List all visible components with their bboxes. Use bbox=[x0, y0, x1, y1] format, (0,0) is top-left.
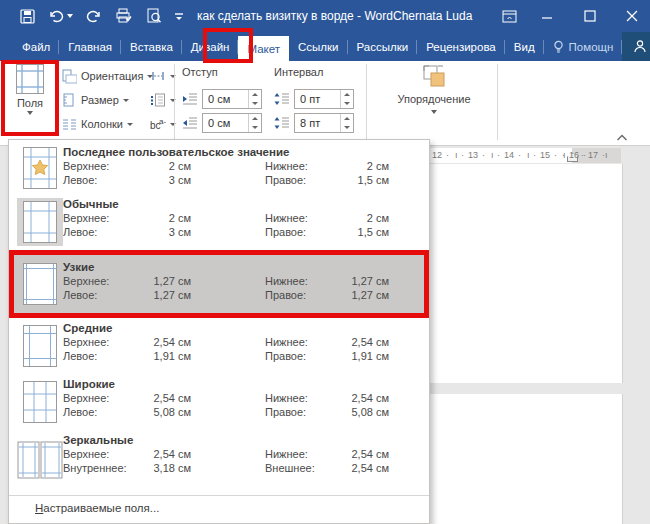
orientation-label: Ориентация bbox=[81, 70, 143, 82]
ribbon-layout-tab-content: Поля Ориентация Размер Колонки bbox=[0, 61, 650, 146]
redo-icon[interactable] bbox=[86, 9, 102, 23]
margin-value: 2,54 см bbox=[125, 335, 191, 349]
margins-preset-icon bbox=[17, 198, 63, 246]
margins-preset-item[interactable]: Обычные Верхнее:2 смНижнее:2 см Левое:3 … bbox=[9, 194, 429, 250]
breaks-button[interactable] bbox=[150, 64, 176, 88]
account-user-name[interactable]: Chernata Luda bbox=[393, 0, 472, 32]
margin-value: 2 см bbox=[125, 211, 191, 225]
margin-value: 1,27 см bbox=[337, 274, 389, 288]
orientation-button[interactable]: Ориентация bbox=[62, 64, 153, 88]
quick-print-icon[interactable] bbox=[115, 8, 133, 24]
margin-label: Правое: bbox=[265, 225, 337, 239]
close-icon[interactable] bbox=[615, 0, 649, 32]
maximize-icon[interactable] bbox=[573, 0, 607, 32]
margin-label: Левое: bbox=[63, 288, 125, 302]
tab-label: Вид bbox=[514, 41, 535, 53]
indent-right-spinner[interactable] bbox=[248, 114, 261, 132]
tab-references[interactable]: Ссылки bbox=[289, 32, 348, 61]
margins-preset-item[interactable]: Широкие Верхнее:2,54 смНижнее:2,54 см Ле… bbox=[9, 374, 429, 430]
hyphenation-button[interactable]: bca- bbox=[150, 112, 176, 136]
indent-left-field[interactable]: 0 см bbox=[202, 89, 262, 109]
print-preview-icon[interactable] bbox=[146, 8, 162, 24]
margin-value: 2 см bbox=[125, 159, 191, 173]
margins-preset-item[interactable]: Последнее пользовательское значение Верх… bbox=[9, 142, 429, 194]
undo-dropdown-icon[interactable] bbox=[67, 14, 73, 18]
columns-label: Колонки bbox=[81, 118, 123, 130]
group-divider bbox=[497, 64, 498, 140]
tab-label: Рассылки bbox=[357, 41, 409, 53]
spacing-after-field[interactable]: 8 пт bbox=[294, 113, 354, 133]
margins-preset-icon bbox=[17, 263, 63, 305]
indent-right-field[interactable]: 0 см bbox=[202, 113, 262, 133]
document-page-1[interactable] bbox=[430, 164, 623, 383]
tab-view[interactable]: Вид bbox=[505, 32, 544, 61]
tab-insert[interactable]: Вставка bbox=[121, 32, 182, 61]
line-numbers-button[interactable] bbox=[150, 88, 176, 112]
save-icon[interactable] bbox=[20, 9, 35, 24]
tab-review[interactable]: Рецензирова bbox=[417, 32, 505, 61]
orientation-icon bbox=[62, 69, 77, 84]
margin-value: 2,54 см bbox=[337, 391, 389, 405]
margin-value: 1,27 см bbox=[125, 288, 191, 302]
customize-qat-icon[interactable] bbox=[175, 13, 183, 20]
tab-design[interactable]: Дизайн bbox=[182, 32, 239, 61]
margin-value: 2,54 см bbox=[337, 447, 389, 461]
margins-button[interactable]: Поля bbox=[4, 63, 56, 135]
ruler-number: 14 bbox=[504, 149, 514, 162]
margin-label: Верхнее: bbox=[63, 274, 125, 288]
spacing-before-spinner[interactable] bbox=[340, 90, 353, 108]
indent-left-spinner[interactable] bbox=[248, 90, 261, 108]
margins-preset-item[interactable]: Зеркальные Верхнее:2,54 смНижнее:2,54 см… bbox=[9, 430, 429, 490]
page-setup-small-buttons: bca- bbox=[150, 64, 176, 136]
ruler-number: 13 bbox=[468, 149, 478, 162]
margins-preset-title: Обычные bbox=[63, 197, 429, 211]
size-button[interactable]: Размер bbox=[62, 88, 153, 112]
tab-label: Макет bbox=[247, 43, 280, 55]
ruler-tick: ı bbox=[527, 149, 530, 162]
margins-preset-icon bbox=[17, 325, 63, 367]
margin-label: Внешнее: bbox=[265, 461, 337, 475]
margins-preset-item[interactable]: Средние Верхнее:2,54 смНижнее:2,54 см Ле… bbox=[9, 318, 429, 374]
indent-right-row: 0 см bbox=[182, 112, 262, 133]
collapse-ribbon-icon[interactable] bbox=[616, 132, 628, 144]
margin-value: 2 см bbox=[337, 211, 389, 225]
margin-label: Верхнее: bbox=[63, 447, 125, 461]
document-title: как сделать визитку в ворде - Word bbox=[197, 0, 393, 32]
arrange-label: Упорядочение bbox=[398, 93, 471, 105]
minimize-icon[interactable] bbox=[530, 0, 564, 32]
margin-value: 2,54 см bbox=[125, 391, 191, 405]
tab-share[interactable]: Общий доступ bbox=[622, 32, 650, 61]
document-page-2[interactable] bbox=[430, 394, 623, 524]
margins-icon bbox=[15, 63, 45, 95]
margins-preset-icon bbox=[17, 381, 63, 423]
tab-label: Ссылки bbox=[298, 41, 339, 53]
margin-value: 2,54 см bbox=[337, 461, 389, 475]
spacing-before-field[interactable]: 0 пт bbox=[294, 89, 354, 109]
tab-help[interactable]: Помощн bbox=[544, 32, 623, 61]
margin-value: 2 см bbox=[337, 159, 389, 173]
margin-label: Верхнее: bbox=[63, 159, 125, 173]
tab-home[interactable]: Главная bbox=[59, 32, 121, 61]
spacing-after-spinner[interactable] bbox=[340, 114, 353, 132]
margins-preset-icon bbox=[17, 147, 63, 189]
size-label: Размер bbox=[81, 94, 119, 106]
tab-layout[interactable]: Макет bbox=[238, 36, 289, 61]
ruler-tick: ı bbox=[491, 149, 494, 162]
lightbulb-icon bbox=[553, 40, 564, 54]
margin-value: 1,91 см bbox=[337, 349, 389, 363]
ruler-dot: · bbox=[497, 149, 500, 162]
tab-file[interactable]: Файл bbox=[13, 32, 59, 61]
columns-button[interactable]: Колонки bbox=[62, 112, 153, 136]
quick-access-toolbar bbox=[20, 0, 183, 32]
ruler-dot: · bbox=[446, 149, 449, 162]
arrange-button[interactable]: Упорядочение bbox=[372, 65, 496, 133]
margin-value: 5,08 см bbox=[337, 405, 389, 419]
undo-button[interactable] bbox=[48, 9, 73, 23]
tab-label: Дизайн bbox=[191, 41, 230, 53]
margin-label: Верхнее: bbox=[63, 391, 125, 405]
tab-mailings[interactable]: Рассылки bbox=[348, 32, 418, 61]
ribbon-display-options-icon[interactable] bbox=[492, 0, 526, 32]
custom-margins-item[interactable]: Настраиваемые поля... bbox=[9, 495, 429, 520]
margins-preset-item-selected[interactable]: Узкие Верхнее:1,27 смНижнее:1,27 см Лево… bbox=[9, 250, 429, 318]
margins-preset-title: Средние bbox=[63, 321, 429, 335]
